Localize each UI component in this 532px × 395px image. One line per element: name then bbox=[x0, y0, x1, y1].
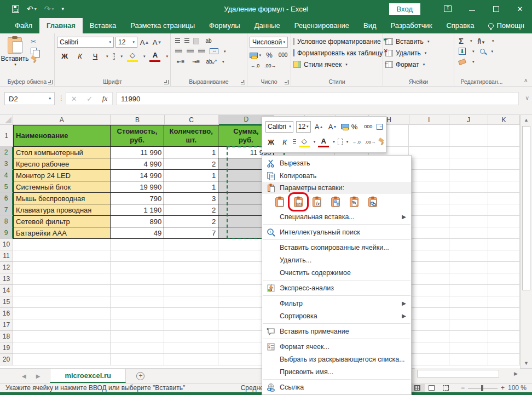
row-header-4[interactable]: 4 bbox=[0, 170, 13, 181]
increase-font-size-button[interactable]: А▲ bbox=[139, 37, 150, 48]
cell-I16[interactable] bbox=[409, 308, 449, 319]
cell-C20[interactable] bbox=[164, 354, 218, 365]
tab-разработчик[interactable]: Разработчик bbox=[384, 18, 440, 33]
cell-C5[interactable]: 1 bbox=[164, 181, 218, 193]
row-header-20[interactable]: 20 bbox=[0, 354, 13, 365]
cell-C14[interactable] bbox=[164, 285, 218, 296]
cell-I7[interactable] bbox=[409, 204, 449, 216]
menu-item-сортировка[interactable]: Сортировка▶ bbox=[262, 310, 411, 322]
menu-item-формат-ячеек[interactable]: Формат ячеек... bbox=[262, 340, 411, 353]
row-header-13[interactable]: 13 bbox=[0, 273, 13, 285]
cell-J14[interactable] bbox=[449, 285, 488, 296]
menu-item-вырезать[interactable]: Вырезать bbox=[262, 157, 411, 169]
undo-button[interactable]: ↶▾ bbox=[27, 4, 37, 13]
comma-style-button[interactable]: 000 bbox=[277, 50, 288, 61]
maximize-button[interactable] bbox=[484, 0, 508, 18]
cell-I17[interactable] bbox=[409, 319, 449, 331]
cell-B20[interactable] bbox=[111, 354, 164, 365]
tab-формулы[interactable]: Формулы bbox=[202, 18, 247, 33]
cell-B5[interactable]: 19 990 bbox=[111, 181, 164, 193]
font-size-combobox[interactable]: 12▾ bbox=[115, 37, 137, 48]
italic-button[interactable]: К bbox=[74, 51, 85, 62]
cell-C2[interactable]: 1 bbox=[164, 147, 218, 158]
column-header-A[interactable]: A bbox=[13, 115, 111, 125]
font-name-combobox[interactable]: Calibri▾ bbox=[57, 37, 114, 48]
number-format-combobox[interactable]: Числовой▾ bbox=[250, 37, 288, 48]
row-header-9[interactable]: 9 bbox=[0, 227, 13, 239]
cell-J15[interactable] bbox=[449, 296, 488, 308]
cell-I4[interactable] bbox=[409, 170, 449, 181]
cell-I5[interactable] bbox=[409, 181, 449, 193]
cell-K2[interactable] bbox=[488, 147, 520, 158]
cell-K5[interactable] bbox=[488, 181, 520, 193]
mini-font-color-button[interactable]: А bbox=[318, 136, 329, 147]
cell-B17[interactable] bbox=[111, 319, 164, 331]
scroll-down-arrow[interactable]: ▼ bbox=[521, 358, 532, 368]
menu-item-фильтр[interactable]: Фильтр▶ bbox=[262, 297, 411, 310]
vertical-scrollbar[interactable]: ▲ ▼ bbox=[520, 115, 532, 368]
row-header-2[interactable]: 2 bbox=[0, 147, 13, 158]
mini-merge-button[interactable] bbox=[377, 124, 383, 130]
cell-C3[interactable]: 2 bbox=[164, 158, 218, 170]
new-sheet-button[interactable]: + bbox=[134, 369, 148, 383]
cell-I13[interactable] bbox=[409, 273, 449, 285]
row-header-15[interactable]: 15 bbox=[0, 296, 13, 308]
copy-button[interactable] bbox=[31, 48, 37, 54]
cell-B16[interactable] bbox=[111, 308, 164, 319]
menu-item-удалить[interactable]: Удалить... bbox=[262, 254, 411, 266]
cell-A14[interactable] bbox=[13, 285, 111, 296]
mini-percent-button[interactable]: % bbox=[349, 121, 360, 132]
cell-J1[interactable] bbox=[449, 125, 488, 147]
menu-item-вставить-скопированные-ячейки[interactable]: Вставить скопированные ячейки... bbox=[262, 241, 411, 254]
horizontal-scrollbar[interactable]: ▶ bbox=[415, 368, 520, 379]
cell-C13[interactable] bbox=[164, 273, 218, 285]
cell-A20[interactable] bbox=[13, 354, 111, 365]
insert-function-button[interactable]: fx bbox=[102, 94, 107, 103]
row-header-5[interactable]: 5 bbox=[0, 181, 13, 193]
cell-I14[interactable] bbox=[409, 285, 449, 296]
cell-K14[interactable] bbox=[488, 285, 520, 296]
normal-view-button[interactable] bbox=[410, 384, 425, 392]
cell-I3[interactable] bbox=[409, 158, 449, 170]
zoom-out-button[interactable]: − bbox=[461, 384, 465, 392]
align-middle-button[interactable] bbox=[184, 38, 189, 44]
mini-fill-color-button[interactable]: ◇ bbox=[299, 136, 310, 147]
tab-разметка-страницы[interactable]: Разметка страницы bbox=[123, 18, 202, 33]
cell-J3[interactable] bbox=[449, 158, 488, 170]
cell-J8[interactable] bbox=[449, 216, 488, 227]
zoom-slider-thumb[interactable] bbox=[481, 385, 483, 391]
cell-K13[interactable] bbox=[488, 273, 520, 285]
alignment-dialog-launcher[interactable] bbox=[241, 80, 245, 84]
sort-filter-button[interactable]: АЯ▼ bbox=[478, 38, 485, 44]
align-top-button[interactable] bbox=[175, 38, 180, 44]
cell-C11[interactable] bbox=[164, 250, 218, 262]
cell-I1[interactable] bbox=[409, 125, 449, 147]
scroll-right-arrow[interactable]: ▶ bbox=[514, 371, 518, 376]
cell-B13[interactable] bbox=[111, 273, 164, 285]
cell-K10[interactable] bbox=[488, 239, 520, 250]
ribbon-display-options-button[interactable] bbox=[436, 0, 460, 18]
insert-cells-button[interactable]: ⇤Вставить▾ bbox=[385, 36, 452, 47]
format-painter-button[interactable] bbox=[31, 56, 37, 63]
cell-A1[interactable]: Наименование bbox=[13, 125, 111, 147]
cell-B14[interactable] bbox=[111, 285, 164, 296]
clear-button[interactable] bbox=[458, 59, 466, 65]
tab-вид[interactable]: Вид bbox=[356, 18, 384, 33]
cell-I18[interactable] bbox=[409, 331, 449, 342]
row-header-8[interactable]: 8 bbox=[0, 216, 13, 227]
increase-indent-button[interactable]: ⇥≡ bbox=[190, 56, 201, 67]
cell-I20[interactable] bbox=[409, 354, 449, 365]
cell-K19[interactable] bbox=[488, 342, 520, 354]
row-header-6[interactable]: 6 bbox=[0, 193, 13, 204]
cell-J4[interactable] bbox=[449, 170, 488, 181]
cell-J10[interactable] bbox=[449, 239, 488, 250]
cell-K18[interactable] bbox=[488, 331, 520, 342]
align-left-button[interactable] bbox=[175, 49, 182, 54]
expand-formula-bar-button[interactable]: ˅ bbox=[525, 95, 529, 101]
format-as-table-button[interactable]: Форматировать как таблицу▾ bbox=[293, 47, 380, 59]
tab-вставка[interactable]: Вставка bbox=[83, 18, 123, 33]
paste-option-values-123-icon[interactable]: 123 bbox=[292, 196, 305, 209]
sign-in-button[interactable]: Вход bbox=[389, 3, 420, 15]
font-color-button[interactable]: А bbox=[149, 51, 160, 62]
cell-K16[interactable] bbox=[488, 308, 520, 319]
